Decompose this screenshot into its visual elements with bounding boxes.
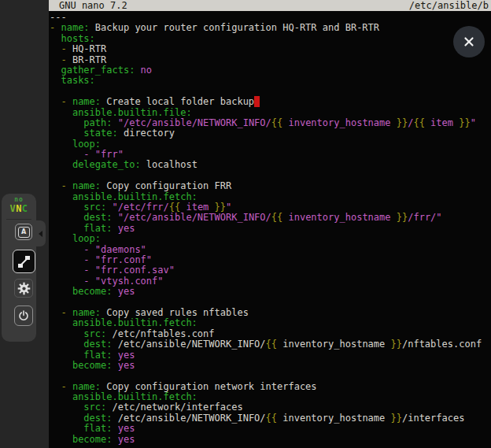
code-line: ansible.builtin.fetch:	[50, 392, 491, 402]
code-line	[50, 171, 491, 181]
code-line: gather_facts: no	[50, 65, 491, 76]
code-line: - "frr.conf"	[50, 255, 491, 265]
code-line: ansible.builtin.fetch:	[50, 318, 491, 328]
code-line: loop:	[50, 139, 491, 150]
code-line: ansible.builtin.file:	[50, 108, 491, 118]
novnc-logo: no VNC	[2, 197, 36, 213]
code-line: become: yes	[50, 435, 491, 445]
code-line: dest: /etc/ansible/NETWORK_INFO/{{ inven…	[50, 339, 491, 350]
close-button[interactable]	[453, 26, 485, 57]
code-line	[50, 371, 491, 381]
code-line: path: "/etc/ansible/NETWORK_INFO/{{ inve…	[50, 118, 491, 128]
code-line: dest: /etc/ansible/NETWORK_INFO/{{ inven…	[50, 413, 491, 424]
code-line: - name: Copy configuration network inter…	[50, 382, 491, 392]
editor-content[interactable]: ---- name: Backup your router configurat…	[50, 13, 491, 448]
collapse-arrow-icon	[39, 231, 42, 237]
code-line: - HQ-RTR	[50, 44, 491, 54]
code-line: - name: Copy configuration FRR	[50, 181, 491, 191]
code-line: - name: Copy saved rules nftables	[50, 308, 491, 318]
extra-keys-button[interactable]: A	[15, 224, 32, 240]
novnc-logo-main: VNC	[2, 204, 36, 213]
code-line: - "frr"	[50, 150, 491, 160]
nano-filepath: /etc/ansible/b	[409, 0, 489, 11]
power-icon	[17, 309, 30, 322]
code-line: - name: Create local folder backup	[50, 97, 491, 107]
code-line: dest: "/etc/ansible/NETWORK_INFO/{{ inve…	[50, 213, 491, 223]
close-icon	[463, 35, 475, 48]
code-line: - name: Backup your router configuration…	[50, 23, 491, 33]
code-line: - BR-RTR	[50, 55, 491, 65]
code-line: hosts:	[50, 34, 491, 44]
code-line: - "vtysh.conf"	[50, 276, 491, 287]
code-line	[50, 298, 491, 308]
code-line: src: /etc/network/interfaces	[50, 402, 491, 413]
code-line	[50, 87, 491, 97]
keyboard-icon-letter: A	[21, 228, 26, 235]
code-line: delegate_to: localhost	[50, 160, 491, 170]
code-line: tasks:	[50, 76, 491, 86]
code-line: flat: yes	[50, 224, 491, 234]
control-bar-divider	[6, 219, 31, 220]
gear-icon	[17, 282, 31, 295]
code-line: src: /etc/nftables.conf	[50, 329, 491, 339]
settings-button[interactable]	[14, 279, 33, 298]
vnc-viewport: GNU nano 7.2 /etc/ansible/b ---- name: B…	[0, 0, 491, 448]
code-line: ---	[50, 13, 491, 23]
fullscreen-icon	[18, 256, 30, 268]
code-line: ansible.builtin.fetch:	[50, 192, 491, 202]
code-line: flat: yes	[50, 424, 491, 434]
nano-version-label: GNU nano 7.2	[59, 0, 127, 11]
code-line: become: yes	[50, 361, 491, 371]
disconnect-button[interactable]	[14, 305, 33, 326]
control-bar-handle[interactable]	[35, 220, 46, 246]
terminal-window[interactable]: GNU nano 7.2 /etc/ansible/b ---- name: B…	[49, 0, 491, 448]
code-line: flat: yes	[50, 350, 491, 361]
nano-titlebar: GNU nano 7.2 /etc/ansible/b	[49, 0, 491, 11]
fullscreen-button[interactable]	[13, 250, 35, 273]
code-line: src: "/etc/frr/{{ item }}"	[50, 202, 491, 213]
code-line: become: yes	[50, 287, 491, 297]
keyboard-icon: A	[18, 227, 30, 238]
code-line: state: directory	[50, 128, 491, 139]
novnc-logo-top: no	[2, 197, 36, 203]
code-line: - "frr.conf.sav"	[50, 265, 491, 276]
code-line: - "daemons"	[50, 245, 491, 255]
code-line: loop:	[50, 234, 491, 244]
